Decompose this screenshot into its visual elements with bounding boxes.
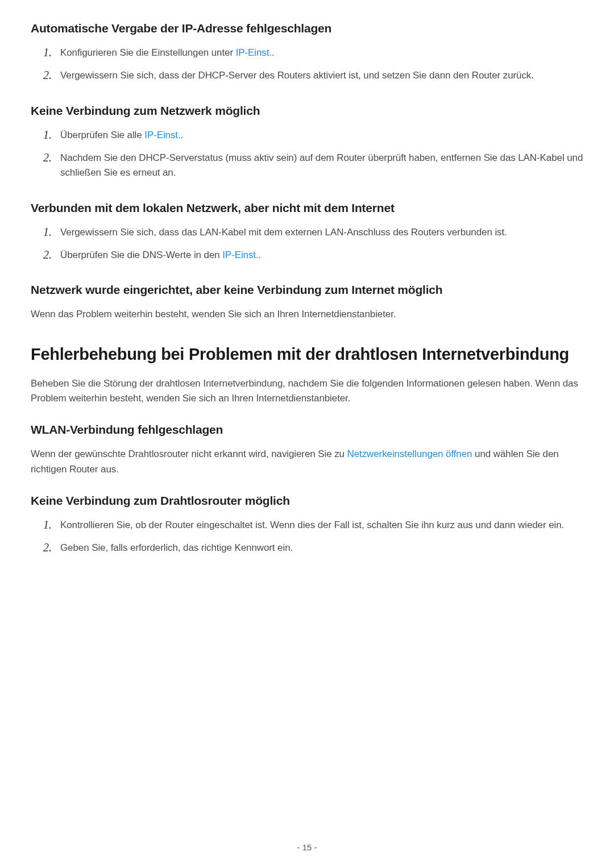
paragraph-contact-isp: Wenn das Problem weiterhin besteht, wend… xyxy=(31,307,583,322)
list-no-network: Überprüfen Sie alle IP-Einst.. Nachdem S… xyxy=(43,128,583,181)
section-no-router: Keine Verbindung zum Drahtlosrouter mögl… xyxy=(31,494,583,556)
paragraph-wireless-intro: Beheben Sie die Störung der drahtlosen I… xyxy=(31,376,583,406)
heading-no-network: Keine Verbindung zum Netzwerk möglich xyxy=(31,104,583,118)
list-no-router: Kontrollieren Sie, ob der Router eingesc… xyxy=(43,518,583,556)
list-item: Geben Sie, falls erforderlich, das richt… xyxy=(43,541,583,555)
list-item: Kontrollieren Sie, ob der Router eingesc… xyxy=(43,518,583,533)
text-prefix: Überprüfen Sie die DNS-Werte in den xyxy=(60,250,222,260)
list-item: Überprüfen Sie alle IP-Einst.. xyxy=(43,128,583,143)
text-suffix: . xyxy=(272,47,275,58)
section-no-network: Keine Verbindung zum Netzwerk möglich Üb… xyxy=(31,104,583,181)
paragraph-wlan: Wenn der gewünschte Drahtlosrouter nicht… xyxy=(31,447,583,477)
list-item: Nachdem Sie den DHCP-Serverstatus (muss … xyxy=(43,151,583,181)
heading-wireless-troubleshooting: Fehlerbehebung bei Problemen mit der dra… xyxy=(31,345,583,364)
list-local-no-internet: Vergewissern Sie sich, dass das LAN-Kabe… xyxy=(43,225,583,263)
text-suffix: . xyxy=(181,130,184,140)
heading-setup-no-internet: Netzwerk wurde eingerichtet, aber keine … xyxy=(31,283,583,297)
list-item: Vergewissern Sie sich, dass der DHCP-Ser… xyxy=(43,68,583,83)
link-network-settings[interactable]: Netzwerkeinstellungen öffnen xyxy=(347,448,472,459)
section-wlan-failed: WLAN-Verbindung fehlgeschlagen Wenn der … xyxy=(31,423,583,477)
text-prefix: Überprüfen Sie alle xyxy=(60,130,144,140)
page-number: - 15 - xyxy=(0,842,614,852)
list-item: Überprüfen Sie die DNS-Werte in den IP-E… xyxy=(43,248,583,263)
list-auto-ip: Konfigurieren Sie die Einstellungen unte… xyxy=(43,45,583,84)
section-auto-ip-failed: Automatische Vergabe der IP-Adresse fehl… xyxy=(31,22,583,84)
section-setup-no-internet: Netzwerk wurde eingerichtet, aber keine … xyxy=(31,283,583,322)
link-ip-einst[interactable]: IP-Einst. xyxy=(144,130,180,140)
text-suffix: . xyxy=(259,250,262,260)
heading-no-router: Keine Verbindung zum Drahtlosrouter mögl… xyxy=(31,494,583,508)
text-prefix: Konfigurieren Sie die Einstellungen unte… xyxy=(60,47,236,58)
link-ip-einst[interactable]: IP-Einst. xyxy=(222,250,258,260)
list-item: Vergewissern Sie sich, dass das LAN-Kabe… xyxy=(43,225,583,240)
text-prefix: Wenn der gewünschte Drahtlosrouter nicht… xyxy=(31,448,347,459)
link-ip-einst[interactable]: IP-Einst. xyxy=(236,47,272,58)
heading-auto-ip: Automatische Vergabe der IP-Adresse fehl… xyxy=(31,22,583,35)
heading-local-no-internet: Verbunden mit dem lokalen Netzwerk, aber… xyxy=(31,201,583,215)
list-item: Konfigurieren Sie die Einstellungen unte… xyxy=(43,45,583,60)
heading-wlan-failed: WLAN-Verbindung fehlgeschlagen xyxy=(31,423,583,437)
section-local-no-internet: Verbunden mit dem lokalen Netzwerk, aber… xyxy=(31,201,583,263)
